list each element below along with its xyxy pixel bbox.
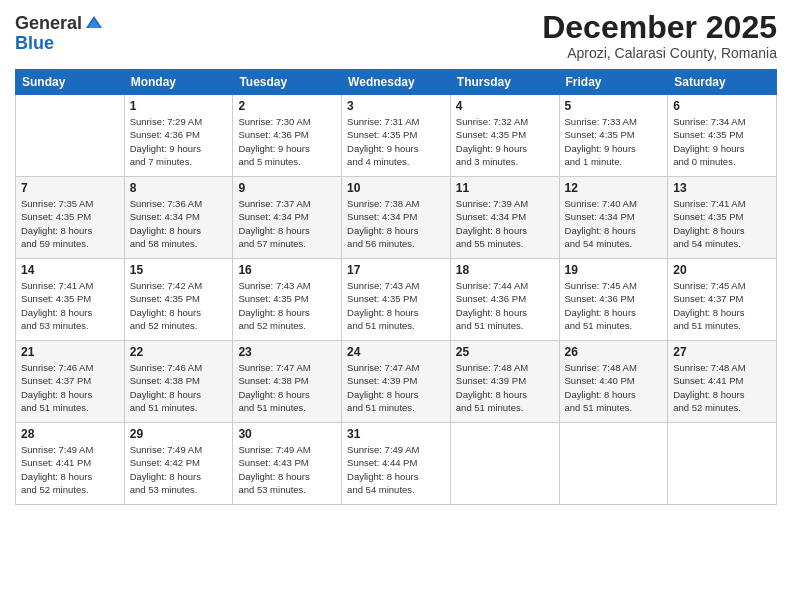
calendar-cell: 12Sunrise: 7:40 AMSunset: 4:34 PMDayligh…: [559, 177, 668, 259]
calendar-cell: 6Sunrise: 7:34 AMSunset: 4:35 PMDaylight…: [668, 95, 777, 177]
calendar-cell: 24Sunrise: 7:47 AMSunset: 4:39 PMDayligh…: [342, 341, 451, 423]
logo: General Blue: [15, 14, 104, 54]
day-info: Sunrise: 7:39 AMSunset: 4:34 PMDaylight:…: [456, 197, 554, 250]
day-number: 28: [21, 427, 119, 441]
location-subtitle: Aprozi, Calarasi County, Romania: [542, 45, 777, 61]
calendar-cell: 20Sunrise: 7:45 AMSunset: 4:37 PMDayligh…: [668, 259, 777, 341]
day-number: 29: [130, 427, 228, 441]
calendar-cell: 22Sunrise: 7:46 AMSunset: 4:38 PMDayligh…: [124, 341, 233, 423]
day-number: 7: [21, 181, 119, 195]
col-wednesday: Wednesday: [342, 70, 451, 95]
calendar-cell: 29Sunrise: 7:49 AMSunset: 4:42 PMDayligh…: [124, 423, 233, 505]
col-saturday: Saturday: [668, 70, 777, 95]
calendar-cell: 11Sunrise: 7:39 AMSunset: 4:34 PMDayligh…: [450, 177, 559, 259]
day-info: Sunrise: 7:43 AMSunset: 4:35 PMDaylight:…: [238, 279, 336, 332]
day-number: 2: [238, 99, 336, 113]
calendar-cell: [16, 95, 125, 177]
calendar-header-row: Sunday Monday Tuesday Wednesday Thursday…: [16, 70, 777, 95]
calendar-cell: 9Sunrise: 7:37 AMSunset: 4:34 PMDaylight…: [233, 177, 342, 259]
calendar-cell: 27Sunrise: 7:48 AMSunset: 4:41 PMDayligh…: [668, 341, 777, 423]
day-number: 14: [21, 263, 119, 277]
day-info: Sunrise: 7:49 AMSunset: 4:41 PMDaylight:…: [21, 443, 119, 496]
day-info: Sunrise: 7:41 AMSunset: 4:35 PMDaylight:…: [21, 279, 119, 332]
day-number: 11: [456, 181, 554, 195]
calendar-cell: 3Sunrise: 7:31 AMSunset: 4:35 PMDaylight…: [342, 95, 451, 177]
day-info: Sunrise: 7:31 AMSunset: 4:35 PMDaylight:…: [347, 115, 445, 168]
day-info: Sunrise: 7:49 AMSunset: 4:42 PMDaylight:…: [130, 443, 228, 496]
day-info: Sunrise: 7:40 AMSunset: 4:34 PMDaylight:…: [565, 197, 663, 250]
calendar-week-row: 21Sunrise: 7:46 AMSunset: 4:37 PMDayligh…: [16, 341, 777, 423]
month-title: December 2025: [542, 10, 777, 45]
day-number: 12: [565, 181, 663, 195]
col-sunday: Sunday: [16, 70, 125, 95]
calendar-cell: 10Sunrise: 7:38 AMSunset: 4:34 PMDayligh…: [342, 177, 451, 259]
day-number: 21: [21, 345, 119, 359]
day-number: 23: [238, 345, 336, 359]
calendar-cell: 25Sunrise: 7:48 AMSunset: 4:39 PMDayligh…: [450, 341, 559, 423]
calendar-table: Sunday Monday Tuesday Wednesday Thursday…: [15, 69, 777, 505]
day-number: 31: [347, 427, 445, 441]
day-number: 8: [130, 181, 228, 195]
logo-general: General: [15, 14, 82, 34]
day-number: 9: [238, 181, 336, 195]
day-number: 27: [673, 345, 771, 359]
day-info: Sunrise: 7:45 AMSunset: 4:36 PMDaylight:…: [565, 279, 663, 332]
calendar-cell: 30Sunrise: 7:49 AMSunset: 4:43 PMDayligh…: [233, 423, 342, 505]
calendar-cell: 8Sunrise: 7:36 AMSunset: 4:34 PMDaylight…: [124, 177, 233, 259]
day-info: Sunrise: 7:42 AMSunset: 4:35 PMDaylight:…: [130, 279, 228, 332]
day-info: Sunrise: 7:49 AMSunset: 4:43 PMDaylight:…: [238, 443, 336, 496]
calendar-cell: 19Sunrise: 7:45 AMSunset: 4:36 PMDayligh…: [559, 259, 668, 341]
calendar-cell: 31Sunrise: 7:49 AMSunset: 4:44 PMDayligh…: [342, 423, 451, 505]
main-container: General Blue December 2025 Aprozi, Calar…: [0, 0, 792, 612]
day-info: Sunrise: 7:46 AMSunset: 4:38 PMDaylight:…: [130, 361, 228, 414]
day-number: 1: [130, 99, 228, 113]
day-number: 15: [130, 263, 228, 277]
logo-blue: Blue: [15, 34, 104, 54]
calendar-week-row: 28Sunrise: 7:49 AMSunset: 4:41 PMDayligh…: [16, 423, 777, 505]
day-info: Sunrise: 7:48 AMSunset: 4:40 PMDaylight:…: [565, 361, 663, 414]
header: General Blue December 2025 Aprozi, Calar…: [15, 10, 777, 61]
day-info: Sunrise: 7:47 AMSunset: 4:38 PMDaylight:…: [238, 361, 336, 414]
day-info: Sunrise: 7:38 AMSunset: 4:34 PMDaylight:…: [347, 197, 445, 250]
calendar-cell: 26Sunrise: 7:48 AMSunset: 4:40 PMDayligh…: [559, 341, 668, 423]
calendar-cell: 4Sunrise: 7:32 AMSunset: 4:35 PMDaylight…: [450, 95, 559, 177]
day-info: Sunrise: 7:32 AMSunset: 4:35 PMDaylight:…: [456, 115, 554, 168]
calendar-cell: 28Sunrise: 7:49 AMSunset: 4:41 PMDayligh…: [16, 423, 125, 505]
col-tuesday: Tuesday: [233, 70, 342, 95]
day-number: 30: [238, 427, 336, 441]
calendar-cell: 5Sunrise: 7:33 AMSunset: 4:35 PMDaylight…: [559, 95, 668, 177]
col-friday: Friday: [559, 70, 668, 95]
day-info: Sunrise: 7:44 AMSunset: 4:36 PMDaylight:…: [456, 279, 554, 332]
day-number: 6: [673, 99, 771, 113]
calendar-cell: 18Sunrise: 7:44 AMSunset: 4:36 PMDayligh…: [450, 259, 559, 341]
day-info: Sunrise: 7:47 AMSunset: 4:39 PMDaylight:…: [347, 361, 445, 414]
day-info: Sunrise: 7:41 AMSunset: 4:35 PMDaylight:…: [673, 197, 771, 250]
day-number: 5: [565, 99, 663, 113]
day-info: Sunrise: 7:37 AMSunset: 4:34 PMDaylight:…: [238, 197, 336, 250]
calendar-cell: 15Sunrise: 7:42 AMSunset: 4:35 PMDayligh…: [124, 259, 233, 341]
calendar-cell: 21Sunrise: 7:46 AMSunset: 4:37 PMDayligh…: [16, 341, 125, 423]
day-number: 10: [347, 181, 445, 195]
calendar-cell: 14Sunrise: 7:41 AMSunset: 4:35 PMDayligh…: [16, 259, 125, 341]
day-number: 18: [456, 263, 554, 277]
calendar-cell: 13Sunrise: 7:41 AMSunset: 4:35 PMDayligh…: [668, 177, 777, 259]
day-info: Sunrise: 7:43 AMSunset: 4:35 PMDaylight:…: [347, 279, 445, 332]
day-info: Sunrise: 7:45 AMSunset: 4:37 PMDaylight:…: [673, 279, 771, 332]
day-number: 4: [456, 99, 554, 113]
calendar-cell: 23Sunrise: 7:47 AMSunset: 4:38 PMDayligh…: [233, 341, 342, 423]
title-area: December 2025 Aprozi, Calarasi County, R…: [542, 10, 777, 61]
day-info: Sunrise: 7:48 AMSunset: 4:39 PMDaylight:…: [456, 361, 554, 414]
day-info: Sunrise: 7:33 AMSunset: 4:35 PMDaylight:…: [565, 115, 663, 168]
day-info: Sunrise: 7:48 AMSunset: 4:41 PMDaylight:…: [673, 361, 771, 414]
logo-icon: [84, 14, 104, 34]
col-thursday: Thursday: [450, 70, 559, 95]
calendar-cell: [559, 423, 668, 505]
day-number: 24: [347, 345, 445, 359]
col-monday: Monday: [124, 70, 233, 95]
day-info: Sunrise: 7:35 AMSunset: 4:35 PMDaylight:…: [21, 197, 119, 250]
day-number: 26: [565, 345, 663, 359]
calendar-week-row: 7Sunrise: 7:35 AMSunset: 4:35 PMDaylight…: [16, 177, 777, 259]
day-info: Sunrise: 7:46 AMSunset: 4:37 PMDaylight:…: [21, 361, 119, 414]
calendar-cell: 7Sunrise: 7:35 AMSunset: 4:35 PMDaylight…: [16, 177, 125, 259]
calendar-cell: 16Sunrise: 7:43 AMSunset: 4:35 PMDayligh…: [233, 259, 342, 341]
